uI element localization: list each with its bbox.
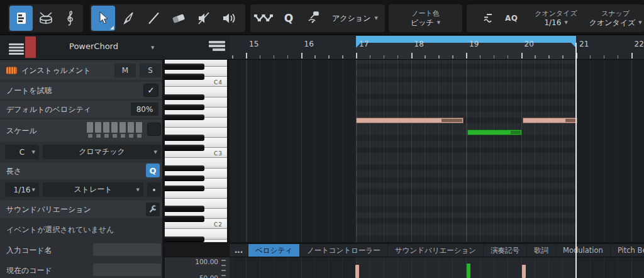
paint-tool-button[interactable] [142, 6, 165, 31]
black-key[interactable] [165, 74, 204, 79]
arrow-tool-button[interactable] [91, 6, 115, 31]
midi-note[interactable] [467, 130, 523, 135]
black-key[interactable] [165, 94, 204, 100]
black-key[interactable] [165, 114, 204, 120]
velocity-gridline [260, 257, 260, 278]
loop-range-bar[interactable] [356, 36, 576, 43]
sixteenth-gridline [555, 60, 556, 242]
chord-name-input[interactable] [93, 243, 161, 256]
menu-icon[interactable] [9, 43, 24, 56]
snap-value: クオンタイズ [589, 18, 636, 28]
midi-note[interactable] [523, 118, 577, 123]
sixteenth-gridline [569, 60, 570, 242]
track-color-strip[interactable] [25, 36, 36, 58]
black-key[interactable] [165, 216, 204, 221]
audition-checkbox[interactable]: ✓ [143, 84, 158, 97]
dotted-note-button[interactable] [147, 182, 161, 197]
humanize-button[interactable] [477, 6, 499, 31]
current-chord-input[interactable] [93, 264, 161, 276]
sixteenth-gridline [490, 60, 491, 242]
sixteenth-gridline [573, 60, 574, 242]
listen-tool-button[interactable] [217, 6, 241, 31]
black-key[interactable] [165, 165, 204, 171]
midi-note[interactable] [356, 118, 464, 123]
instrument-row: インストゥルメント M S [0, 61, 162, 80]
quantize-apply-button[interactable]: Q [277, 6, 301, 31]
lane-tab[interactable]: Pitch Bend [611, 244, 644, 257]
split-tool-button[interactable] [116, 6, 140, 31]
scale-type-select[interactable]: クロマチック▼ [43, 145, 161, 159]
solo-button[interactable]: S [140, 64, 161, 77]
transform-tool-button[interactable] [252, 6, 275, 31]
beat-gridline [535, 60, 535, 242]
sound-variation-row: サウンドバリエーション [0, 201, 162, 218]
lane-tab[interactable]: ベロシティ [248, 244, 300, 257]
scale-key [136, 122, 142, 133]
octave-label: C4 [214, 79, 223, 86]
track-list-icon[interactable] [209, 41, 225, 52]
length-value-select[interactable]: 1/16▼ [5, 182, 39, 197]
track-name[interactable]: PowerChord [38, 42, 150, 51]
beat-tick [508, 55, 509, 58]
quantize-select[interactable]: クオンタイズ 1/16▼ [524, 4, 588, 32]
split-knife-icon [121, 11, 135, 25]
bar-tick [301, 53, 303, 58]
default-velocity-value[interactable]: 80% [131, 103, 158, 116]
velocity-bar[interactable] [467, 264, 470, 278]
piano-roll-view-button[interactable] [9, 6, 33, 31]
bar-tick [411, 53, 413, 58]
black-key[interactable] [165, 206, 204, 211]
lane-tab-more[interactable]: ... [230, 244, 248, 257]
beat-gridline [452, 60, 453, 242]
black-key[interactable] [165, 236, 204, 242]
snap-select[interactable]: スナップ クオンタイズ▼ [588, 4, 643, 32]
velocity-gridline [618, 257, 618, 278]
drum-editor-button[interactable] [34, 6, 57, 31]
beat-tick [397, 55, 399, 58]
note-grid[interactable] [230, 60, 644, 242]
eraser-icon [171, 11, 186, 25]
black-key[interactable] [165, 175, 204, 181]
black-key[interactable] [165, 135, 204, 140]
scale-checkbox[interactable] [147, 123, 161, 136]
key-select[interactable]: C▼ [5, 145, 39, 159]
velocity-bar[interactable] [522, 265, 526, 278]
brush-tool-button[interactable] [302, 6, 326, 31]
chevron-down-icon[interactable]: ▼ [151, 45, 154, 50]
black-key[interactable] [165, 64, 204, 69]
note-color-select[interactable]: ノート色 ピッチ▼ [411, 4, 440, 32]
sound-variation-edit-button[interactable] [146, 203, 160, 216]
lane-tab[interactable]: 歌詞 [527, 244, 556, 257]
sixteenth-gridline [469, 60, 470, 242]
lane-tab[interactable]: サウンドバリエーション [388, 244, 484, 257]
black-key[interactable] [165, 145, 204, 150]
eraser-tool-button[interactable] [167, 6, 191, 31]
sixteenth-gridline [528, 60, 528, 242]
beat-gridline [590, 60, 591, 242]
swing-select[interactable]: ストレート▼ [43, 182, 143, 197]
lane-tab[interactable]: 演奏記号 [484, 244, 527, 257]
sixteenth-gridline [380, 60, 380, 242]
score-editor-button[interactable] [58, 6, 82, 31]
velocity-lane[interactable] [230, 257, 644, 278]
velocity-bar[interactable] [355, 265, 359, 278]
sixteenth-gridline [435, 60, 436, 242]
mute-button[interactable]: M [114, 64, 136, 77]
black-key[interactable] [165, 104, 204, 110]
drum-icon [38, 11, 53, 25]
lane-tab[interactable]: ノートコントローラー [300, 244, 388, 257]
black-key[interactable] [165, 186, 204, 191]
aq-toggle-button[interactable]: AQ [499, 6, 523, 31]
sixteenth-gridline [377, 60, 377, 242]
beat-gridline [232, 60, 233, 242]
action-menu[interactable]: アクション ▼ [327, 6, 383, 31]
length-quantize-button[interactable]: Q [146, 164, 160, 177]
mute-tool-button[interactable] [192, 6, 216, 31]
lane-tab[interactable]: Modulation [556, 244, 611, 257]
bar-number: 17 [359, 40, 369, 48]
playhead-line[interactable] [575, 43, 577, 278]
beat-gridline [342, 60, 343, 242]
no-selection-row: イベントが選択されていません [0, 222, 162, 237]
bar-number: 21 [579, 40, 589, 48]
timeline-ruler[interactable]: 1516171819202122 [230, 35, 644, 60]
